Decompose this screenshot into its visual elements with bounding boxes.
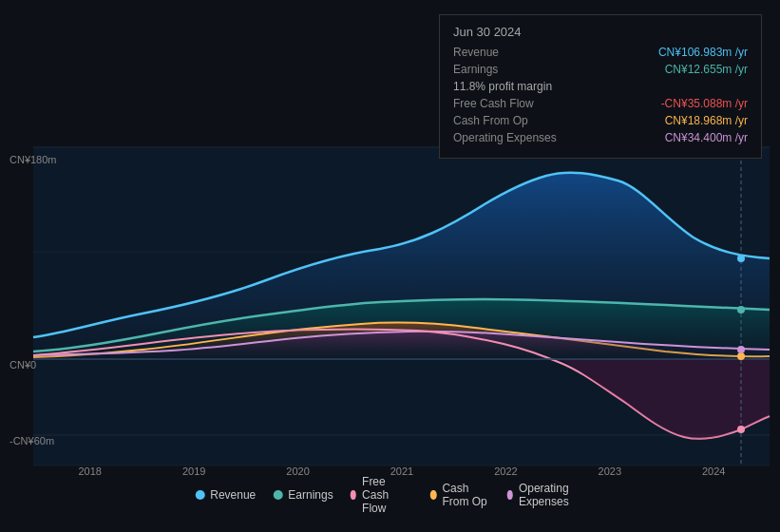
legend-dot-fcf: [351, 490, 356, 500]
svg-point-11: [737, 426, 745, 433]
svg-point-12: [737, 352, 745, 360]
tooltip-opex-value: CN¥34.400m /yr: [665, 131, 748, 144]
chart-container: CN¥180m CN¥0 -CN¥60m 2018 2019 2020 2021…: [0, 0, 780, 532]
legend-opex[interactable]: Operating Expenses: [507, 482, 585, 508]
x-label-2024: 2024: [662, 466, 766, 477]
tooltip-date: Jun 30 2024: [453, 25, 748, 39]
tooltip-opex-label: Operating Expenses: [453, 131, 557, 144]
y-label-zero: CN¥0: [10, 359, 36, 370]
legend-dot-earnings: [273, 490, 282, 500]
legend-label-cashop: Cash From Op: [442, 482, 489, 508]
tooltip-revenue-row: Revenue CN¥106.983m /yr: [453, 46, 748, 59]
svg-point-13: [737, 346, 745, 353]
legend-label-earnings: Earnings: [288, 488, 333, 502]
y-label-top: CN¥180m: [10, 154, 57, 165]
x-label-2018: 2018: [38, 466, 142, 477]
tooltip-profit-margin: 11.8% profit margin: [453, 80, 748, 93]
tooltip-revenue-value: CN¥106.983m /yr: [658, 46, 748, 59]
legend-revenue[interactable]: Revenue: [195, 488, 256, 502]
legend-dot-cashop: [430, 490, 436, 500]
tooltip-fcf-label: Free Cash Flow: [453, 97, 534, 110]
legend-fcf[interactable]: Free Cash Flow: [351, 475, 413, 515]
chart-legend: Revenue Earnings Free Cash Flow Cash Fro…: [195, 475, 585, 515]
tooltip-opex-row: Operating Expenses CN¥34.400m /yr: [453, 131, 748, 144]
y-label-bot: -CN¥60m: [10, 435, 54, 446]
data-tooltip: Jun 30 2024 Revenue CN¥106.983m /yr Earn…: [439, 14, 762, 159]
tooltip-earnings-value: CN¥12.655m /yr: [665, 63, 748, 76]
legend-label-fcf: Free Cash Flow: [362, 475, 413, 515]
tooltip-earnings-label: Earnings: [453, 63, 498, 76]
legend-label-opex: Operating Expenses: [519, 482, 585, 508]
legend-earnings[interactable]: Earnings: [273, 488, 333, 502]
legend-dot-revenue: [195, 490, 204, 500]
tooltip-cashop-row: Cash From Op CN¥18.968m /yr: [453, 114, 748, 127]
svg-point-10: [737, 306, 745, 314]
tooltip-cashop-label: Cash From Op: [453, 114, 528, 127]
legend-label-revenue: Revenue: [210, 488, 256, 502]
tooltip-fcf-row: Free Cash Flow -CN¥35.088m /yr: [453, 97, 748, 110]
legend-dot-opex: [507, 490, 513, 500]
legend-cashop[interactable]: Cash From Op: [430, 482, 489, 508]
tooltip-cashop-value: CN¥18.968m /yr: [665, 114, 748, 127]
tooltip-earnings-row: Earnings CN¥12.655m /yr: [453, 63, 748, 76]
tooltip-fcf-value: -CN¥35.088m /yr: [661, 97, 748, 110]
svg-point-9: [737, 255, 745, 262]
tooltip-revenue-label: Revenue: [453, 46, 499, 59]
